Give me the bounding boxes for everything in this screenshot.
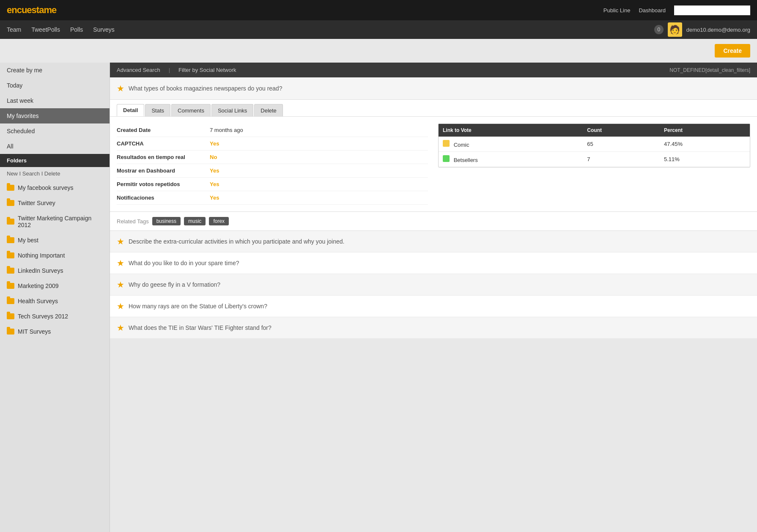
top-search-input[interactable] [674,5,750,15]
sidebar-folder-health[interactable]: Health Surveys [0,293,110,309]
tags-row: Related Tags business music forex [110,212,757,231]
star-icon: ★ [117,280,124,290]
sidebar-item-scheduled[interactable]: Scheduled [0,123,110,139]
color-swatch-comic [443,140,450,147]
folder-icon [7,268,14,274]
stats-header-percent: Percent [660,124,750,137]
public-line-link[interactable]: Public Line [603,7,631,14]
tag-music[interactable]: music [184,217,206,225]
detail-row-resultados: Resultados en tiempo real No [117,151,428,164]
sidebar-folder-tech[interactable]: Tech Surveys 2012 [0,309,110,324]
folder-label: Twitter Survey [18,200,55,206]
sidebar-label: My favorites [7,112,38,119]
main-container: Create by me Today Last week My favorite… [0,63,757,532]
folder-label: My facebook surveys [18,184,74,191]
sidebar-folder-facebook[interactable]: My facebook surveys [0,180,110,195]
tabs-row: Detail Stats Comments Social Links Delet… [110,100,757,117]
folder-actions-label: New I Search I Delete [7,170,60,177]
stats-table: Link to Vote Count Percent Comic [438,123,750,167]
sidebar-folder-my-best[interactable]: My best [0,233,110,248]
sidebar-folder-twitter-survey[interactable]: Twitter Survey [0,195,110,211]
sidebar-item-last-week[interactable]: Last week [0,93,110,108]
stats-cell-label: Betsellers [439,152,583,167]
detail-label: Resultados en tiempo real [117,154,210,160]
advanced-search-link[interactable]: Advanced Search [117,67,160,73]
main-question-row: ★ What types of books magazines newspape… [110,77,757,100]
dashboard-link[interactable]: Dashboard [639,7,666,14]
folder-label: Nothing Important [18,252,65,259]
tweetpolls-link[interactable]: TweetPolls [31,26,60,33]
logo-text1: encuesta [7,5,44,15]
extra-question-row-2: ★ What do you like to do in your spare t… [110,252,757,274]
sidebar-item-create-by-me[interactable]: Create by me [0,63,110,78]
detail-value: Yes [210,181,219,187]
folder-label: MIT Surveys [18,328,51,335]
tag-business[interactable]: business [152,217,181,225]
folder-icon [7,252,14,258]
extra-question-row-4: ★ How many rays are on the Statue of Lib… [110,296,757,317]
stats-row-betsellers: Betsellers 7 5.11% [439,152,750,167]
sidebar-label: Today [7,82,22,89]
team-link[interactable]: Team [7,26,21,33]
sidebar-folder-linkedin[interactable]: LinkedIn Surveys [0,263,110,278]
sidebar-label: Last week [7,97,33,104]
surveys-link[interactable]: Surveys [93,26,115,33]
detail-row-mostrar: Mostrar en Dashboard Yes [117,164,428,178]
folder-icon [7,185,14,191]
stats-label: Betsellers [454,157,478,163]
folder-label: Marketing 2009 [18,282,59,289]
user-area: 0 🧑 demo10.demo@demo.org [654,22,750,37]
tab-delete[interactable]: Delete [254,104,283,116]
sidebar-label: All [7,143,14,150]
detail-row-captcha: CAPTCHA Yes [117,137,428,151]
sidebar-folder-nothing-important[interactable]: Nothing Important [0,248,110,263]
extra-question-text-5: What does the TIE in Star Wars' TIE Figh… [129,324,272,331]
detail-row-created-date: Created Date 7 months ago [117,123,428,137]
sidebar-label: Create by me [7,67,42,74]
detail-value: Yes [210,140,219,147]
search-status: NOT_DEFINED[detail_clean_filters] [669,67,750,73]
filter-social-link[interactable]: Filter by Social Network [178,67,236,73]
tab-stats[interactable]: Stats [145,104,170,116]
detail-label: Mostrar en Dashboard [117,167,210,174]
tag-forex[interactable]: forex [209,217,229,225]
logo-text2: me [44,5,56,15]
search-bar-left: Advanced Search | Filter by Social Netwo… [117,67,236,73]
star-icon: ★ [117,301,124,311]
folder-actions[interactable]: New I Search I Delete [0,167,110,180]
detail-row-permitir: Permitir votos repetidos Yes [117,178,428,191]
sidebar-label: Scheduled [7,128,35,134]
sidebar-folder-mit[interactable]: MIT Surveys [0,324,110,339]
sidebar-item-today[interactable]: Today [0,78,110,93]
notification-count: 0 [657,27,660,33]
stats-header-count: Count [583,124,660,137]
tab-detail[interactable]: Detail [117,104,144,116]
stats-cell-count: 65 [583,137,660,152]
sidebar-folder-marketing-2009[interactable]: Marketing 2009 [0,278,110,293]
extra-question-text-2: What do you like to do in your spare tim… [129,260,239,266]
folder-label: Health Surveys [18,298,58,304]
polls-link[interactable]: Polls [70,26,83,33]
star-icon: ★ [117,83,124,93]
create-button[interactable]: Create [715,44,750,58]
star-icon: ★ [117,258,124,268]
folder-icon [7,237,14,243]
detail-value: Yes [210,195,219,201]
detail-label: Created Date [117,127,210,133]
notification-badge[interactable]: 0 [654,25,664,34]
detail-value: Yes [210,167,219,174]
secondary-nav-links: Team TweetPolls Polls Surveys [7,26,115,33]
extra-question-row-1: ★ Describe the extra-curricular activiti… [110,231,757,252]
tab-social-links[interactable]: Social Links [211,104,253,116]
folder-label: My best [18,237,38,244]
sidebar-item-all[interactable]: All [0,139,110,154]
detail-grid: Created Date 7 months ago CAPTCHA Yes Re… [117,123,750,205]
sidebar-item-my-favorites[interactable]: My favorites [0,108,110,123]
stats-cell-percent: 47.45% [660,137,750,152]
stats-cell-label: Comic [439,137,583,152]
user-email: demo10.demo@demo.org [686,27,750,33]
tab-comments[interactable]: Comments [171,104,211,116]
folders-section-header: Folders [0,154,110,167]
stats-label: Comic [454,142,469,148]
sidebar-folder-twitter-marketing[interactable]: Twitter Marketing Campaign 2012 [0,211,110,233]
